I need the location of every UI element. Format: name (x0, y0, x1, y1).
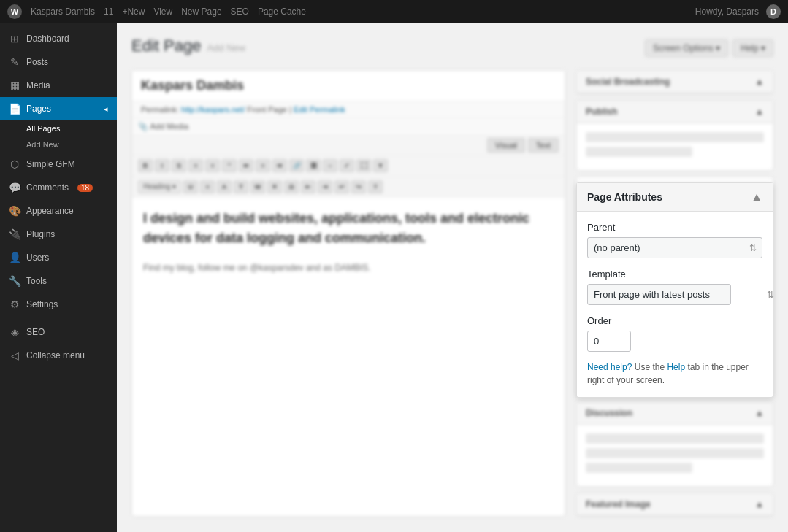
toolbar-toggle-btn[interactable]: ▼ (373, 159, 388, 172)
undo-btn[interactable]: ↩ (334, 180, 349, 193)
sidebar-item-dashboard[interactable]: ⊞ Dashboard (0, 27, 117, 50)
blockquote-btn[interactable]: " (222, 159, 237, 172)
page-title-input[interactable]: Kaspars Dambis (132, 71, 565, 101)
featured-image-toggle-bg[interactable]: ▲ (755, 499, 764, 509)
sidebar-item-appearance[interactable]: 🎨 Appearance (0, 199, 117, 223)
sidebar-item-media[interactable]: ▦ Media (0, 74, 117, 97)
text-color-btn[interactable]: A (217, 180, 232, 193)
sidebar-item-label: Users (26, 252, 49, 263)
sidebar-item-label: Tools (26, 276, 47, 286)
publish-title: Publish (586, 107, 617, 117)
sidebar-item-settings[interactable]: ⚙ Settings (0, 293, 117, 316)
sidebar-sub-add-new[interactable]: Add New (0, 136, 117, 153)
add-media-btn[interactable]: 📎 Add Media (138, 122, 188, 131)
parent-select-wrap: (no parent) Front Page About ⇅ (587, 237, 762, 258)
page-attributes-toggle-icon[interactable]: ▲ (751, 190, 762, 204)
order-label: Order (587, 315, 762, 326)
discussion-row-1 (586, 433, 764, 444)
featured-image-panel-bg: Featured Image ▲ (576, 493, 773, 517)
page-attributes-panel-header[interactable]: Page Attributes ▲ (577, 183, 773, 212)
page-attributes-panel: Page Attributes ▲ Parent (no parent) Fro… (576, 182, 773, 398)
sidebar-menu: ⊞ Dashboard ✎ Posts ▦ Media 📄 Pages ◂ Al… (0, 27, 117, 367)
help-text: Need help? Use the Help tab in the upper… (587, 361, 762, 387)
paste-text-btn[interactable]: T (234, 180, 248, 193)
admin-bar-new[interactable]: +New (122, 7, 145, 17)
indent-btn[interactable]: ⇥ (318, 180, 332, 193)
page-subtitle: Add New (207, 42, 245, 53)
order-input[interactable] (587, 331, 631, 352)
wp-logo-icon[interactable]: W (7, 4, 22, 19)
sidebar-item-tools[interactable]: 🔧 Tools (0, 269, 117, 293)
editor-small-text: Find my blog, follow me on @kasparsdev a… (143, 263, 554, 273)
admin-bar: W Kaspars Dambis 11 +New View New Page S… (0, 0, 788, 23)
link-btn[interactable]: 🔗 (289, 159, 304, 172)
admin-bar-seo[interactable]: SEO (231, 7, 249, 17)
clear-format-btn[interactable]: ✕ (267, 180, 282, 193)
text-tab[interactable]: Text (528, 138, 559, 153)
social-broadcasting-toggle[interactable]: ▲ (755, 77, 764, 87)
screen-options-btn[interactable]: Screen Options ▾ (645, 39, 728, 57)
sidebar-item-comments[interactable]: 💬 Comments 18 (0, 176, 117, 199)
strikethrough-btn[interactable]: S (172, 159, 186, 172)
simplegfm-icon: ⬡ (9, 158, 20, 170)
editor-content[interactable]: I design and build websites, application… (143, 209, 554, 248)
visual-tab[interactable]: Visual (487, 138, 525, 153)
help-text-use: Use the (635, 362, 667, 372)
redo-btn[interactable]: ↪ (351, 180, 366, 193)
outdent-btn[interactable]: ⇤ (301, 180, 315, 193)
sidebar-item-label: SEO (26, 327, 45, 337)
special-char-btn[interactable]: Ω (284, 180, 299, 193)
align-left-btn[interactable]: ⬅ (239, 159, 253, 172)
publish-toggle[interactable]: ▲ (755, 107, 764, 117)
bold-btn[interactable]: B (138, 159, 153, 172)
sidebar-item-posts[interactable]: ✎ Posts (0, 50, 117, 74)
sidebar-sub-all-pages[interactable]: All Pages (0, 120, 117, 136)
sidebar-item-simple-gfm[interactable]: ⬡ Simple GFM (0, 153, 117, 176)
ul-btn[interactable]: ≡ (188, 159, 203, 172)
sidebar-item-label: Plugins (26, 229, 55, 239)
seo-icon: ◈ (9, 326, 20, 338)
sidebar-item-plugins[interactable]: 🔌 Plugins (0, 223, 117, 246)
admin-bar-page-cache[interactable]: Page Cache (258, 7, 306, 17)
comments-icon: 💬 (9, 182, 20, 193)
discussion-toggle-bg[interactable]: ▲ (755, 408, 764, 418)
fullscreen-btn[interactable]: ⛶ (356, 159, 371, 172)
page-attributes-title: Page Attributes (587, 191, 662, 203)
align-right-btn[interactable]: ➡ (272, 159, 287, 172)
help-editor-btn[interactable]: ? (368, 180, 383, 193)
publish-panel: Publish ▲ (576, 100, 773, 171)
format-select[interactable]: Heading ▾ (138, 180, 181, 193)
admin-bar-user[interactable]: Howdy, Daspars (695, 7, 759, 17)
template-select[interactable]: Default Template Front page with latest … (587, 284, 731, 305)
template-select-arrow: ⇅ (767, 290, 774, 300)
underline-btn[interactable]: U (183, 180, 198, 193)
page-title: Edit Page (131, 36, 201, 55)
admin-bar-site-name[interactable]: Kaspars Dambis (31, 7, 95, 17)
sidebar-item-users[interactable]: 👤 Users (0, 246, 117, 269)
sidebar-item-seo[interactable]: ◈ SEO (0, 320, 117, 344)
discussion-title-bg: Discussion (586, 408, 632, 418)
unlink-btn[interactable]: ⛓ (306, 159, 321, 172)
social-broadcasting-panel: Social Broadcasting ▲ (576, 70, 773, 94)
posts-icon: ✎ (9, 56, 20, 68)
pages-icon: 📄 (9, 103, 20, 115)
spellcheck-btn[interactable]: ✓ (340, 159, 354, 172)
paste-word-btn[interactable]: W (250, 180, 265, 193)
admin-bar-view[interactable]: View (153, 7, 172, 17)
align-center-btn[interactable]: ≡ (256, 159, 270, 172)
justify-btn[interactable]: ≡ (200, 180, 215, 193)
sidebar-item-pages[interactable]: 📄 Pages ◂ (0, 97, 117, 120)
comments-badge: 18 (77, 184, 93, 192)
admin-bar-comments[interactable]: 11 (104, 7, 113, 17)
insert-more-btn[interactable]: – (323, 159, 337, 172)
discussion-panel-bg: Discussion ▲ (576, 401, 773, 487)
discussion-row-3 (586, 463, 692, 473)
sidebar-item-collapse[interactable]: ◁ Collapse menu (0, 344, 117, 367)
admin-bar-new-page[interactable]: New Page (181, 7, 221, 17)
sidebar-item-label: Appearance (26, 206, 74, 216)
ol-btn[interactable]: ≡ (205, 159, 220, 172)
parent-select[interactable]: (no parent) Front Page About (587, 237, 762, 258)
italic-btn[interactable]: I (155, 159, 169, 172)
publish-row-2 (586, 147, 692, 157)
help-btn[interactable]: Help ▾ (732, 39, 773, 57)
